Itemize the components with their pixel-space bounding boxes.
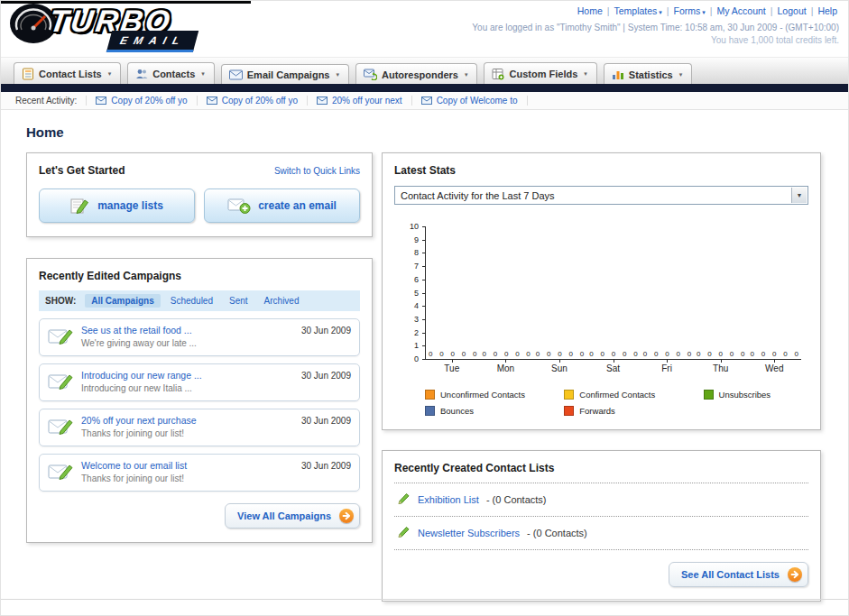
campaign-item[interactable]: 20% off your next purchaseThanks for joi…	[39, 409, 360, 446]
campaign-title-link[interactable]: Introducing our new range ...	[81, 370, 293, 381]
header-link-logout[interactable]: Logout	[778, 5, 807, 16]
x-axis-label: Sat	[586, 363, 641, 373]
header-link-templates[interactable]: Templates ▾	[614, 5, 662, 16]
see-all-contact-lists-label: See All Contact Lists	[681, 569, 780, 580]
create-an-email-button[interactable]: create an email	[204, 188, 360, 223]
recent-activity-item[interactable]: Copy of 20% off yo	[86, 96, 197, 106]
recent-activity-bar: Recent Activity: Copy of 20% off yoCopy …	[1, 92, 848, 110]
chevron-down-icon: ▾	[108, 70, 112, 78]
email-icon	[207, 97, 217, 105]
contact-list-link[interactable]: Exhibition List	[418, 494, 479, 505]
campaign-date: 30 Jun 2009	[301, 371, 351, 395]
contact-list-items: Exhibition List- (0 Contacts)Newsletter …	[394, 483, 808, 550]
chevron-down-icon: ▾	[336, 71, 339, 78]
chart-category-group: 00000	[748, 226, 801, 359]
bar-value-label: 0	[654, 350, 658, 358]
bar-value-label: 0	[772, 350, 776, 358]
header-link-help[interactable]: Help	[817, 5, 837, 16]
tab-contacts[interactable]: Contacts▾	[127, 62, 215, 84]
campaign-title-link[interactable]: 20% off your next purchase	[81, 415, 293, 426]
chevron-down-icon: ▾	[465, 71, 468, 78]
see-all-contact-lists-button[interactable]: See All Contact Lists	[669, 562, 808, 587]
tab-email-campaigns[interactable]: Email Campaigns▾	[221, 64, 349, 84]
contact-list-link[interactable]: Newsletter Subscribers	[418, 528, 520, 538]
view-all-campaigns-button[interactable]: View All Campaigns	[225, 503, 360, 529]
header-link-home[interactable]: Home	[577, 5, 603, 16]
bar-value-label: 0	[526, 350, 530, 358]
legend-item: Unsubscribes	[704, 390, 801, 400]
campaign-title-link[interactable]: Welcome to our email list	[81, 460, 293, 471]
campaigns-panel: Recently Edited Campaigns SHOW: All Camp…	[26, 258, 373, 543]
email-icon	[317, 97, 328, 105]
filter-archived[interactable]: Archived	[258, 294, 306, 308]
filter-scheduled[interactable]: Scheduled	[164, 294, 219, 308]
bar-value-label: 0	[707, 350, 711, 358]
main-content: Home Let's Get Started Switch to Quick L…	[1, 110, 848, 602]
filter-all-campaigns[interactable]: All Campaigns	[85, 294, 160, 308]
recent-activity-item[interactable]: Copy of 20% off yo	[198, 96, 308, 106]
campaign-item[interactable]: See us at the retail food ...We're givin…	[39, 318, 360, 356]
bar-value-label: 0	[688, 350, 691, 358]
legend-label: Bounces	[440, 406, 474, 416]
chart-value-labels: 00000	[589, 350, 637, 358]
right-column: Latest Stats Contact Activity for the La…	[382, 152, 821, 602]
tab-statistics[interactable]: Statistics▾	[604, 63, 692, 84]
campaign-item[interactable]: Welcome to our email listThanks for join…	[39, 454, 360, 492]
campaign-date: 30 Jun 2009	[301, 461, 351, 485]
legend-label: Forwards	[579, 406, 615, 416]
campaign-subtitle: Introducing our new Italia ...	[81, 383, 293, 393]
chart-category-group: 00000	[479, 226, 532, 359]
chevron-down-icon: ▾	[201, 70, 205, 78]
legend-label: Unsubscribes	[719, 390, 771, 400]
bar-value-label: 0	[751, 350, 754, 358]
pencil-icon	[396, 525, 411, 541]
link-separator: |	[667, 5, 669, 16]
chevron-down-icon: ▾	[679, 71, 683, 78]
bar-value-label: 0	[761, 350, 765, 358]
bar-value-label: 0	[515, 350, 519, 358]
y-axis-label: 8	[399, 248, 419, 257]
logo: TURBO EMAIL	[6, 3, 196, 52]
header-link-my-account[interactable]: My Account	[717, 5, 766, 16]
email-edit-icon	[48, 417, 73, 440]
campaign-subtitle: Thanks for joining our list!	[81, 473, 293, 483]
get-started-header: Let's Get Started Switch to Quick Links	[39, 164, 360, 177]
contact-list-count: - (0 Contacts)	[486, 494, 547, 505]
link-separator: |	[607, 5, 610, 16]
recent-activity-item[interactable]: 20% off your next	[308, 96, 412, 106]
campaign-title-link[interactable]: See us at the retail food ...	[81, 325, 293, 336]
manage-lists-button[interactable]: manage lists	[39, 188, 195, 223]
tab-custom-fields[interactable]: Custom Fields▾	[484, 62, 596, 84]
contact-list-item[interactable]: Exhibition List- (0 Contacts)	[394, 483, 808, 517]
contact-lists-icon	[22, 68, 34, 80]
button-label: manage lists	[97, 199, 163, 212]
filter-sent[interactable]: Sent	[223, 294, 254, 308]
campaign-text: 20% off your next purchaseThanks for joi…	[81, 415, 293, 440]
get-started-buttons: manage listscreate an email	[39, 188, 360, 223]
pencil-icon	[396, 492, 411, 508]
campaign-item[interactable]: Introducing our new range ...Introducing…	[39, 363, 360, 401]
y-axis-label: 7	[399, 262, 419, 271]
switch-quick-links-link[interactable]: Switch to Quick Links	[274, 166, 360, 176]
chart-value-labels: 00000	[643, 350, 691, 358]
bar-value-label: 0	[450, 350, 454, 358]
nav-underline-bar	[1, 84, 848, 92]
campaign-subtitle: We're giving away our late ...	[81, 338, 293, 348]
legend-item: Forwards	[564, 406, 703, 416]
recent-activity-item[interactable]: Copy of Welcome to	[412, 96, 528, 106]
header-link-forms[interactable]: Forms ▾	[674, 5, 706, 16]
bar-value-label: 0	[623, 350, 626, 358]
tab-label: Contact Lists	[39, 69, 102, 79]
tab-autoresponders[interactable]: Autoresponders▾	[355, 63, 477, 84]
stats-period-select[interactable]: Contact Activity for the Last 7 Days ▼	[394, 186, 808, 205]
content-columns: Let's Get Started Switch to Quick Links …	[26, 152, 821, 602]
tab-label: Contacts	[152, 69, 195, 79]
chart-value-labels: 00000	[751, 350, 798, 358]
manage-lists-icon	[70, 197, 90, 215]
chart-category-group: 00000	[586, 226, 640, 359]
tab-contact-lists[interactable]: Contact Lists▾	[14, 62, 121, 84]
recent-activity-item-label: Copy of 20% off yo	[111, 96, 187, 106]
legend-item: Unconfirmed Contacts	[425, 390, 564, 400]
contact-list-item[interactable]: Newsletter Subscribers- (0 Contacts)	[394, 517, 808, 550]
nav-tabs: Contact Lists▾Contacts▾Email Campaigns▾A…	[14, 62, 692, 84]
